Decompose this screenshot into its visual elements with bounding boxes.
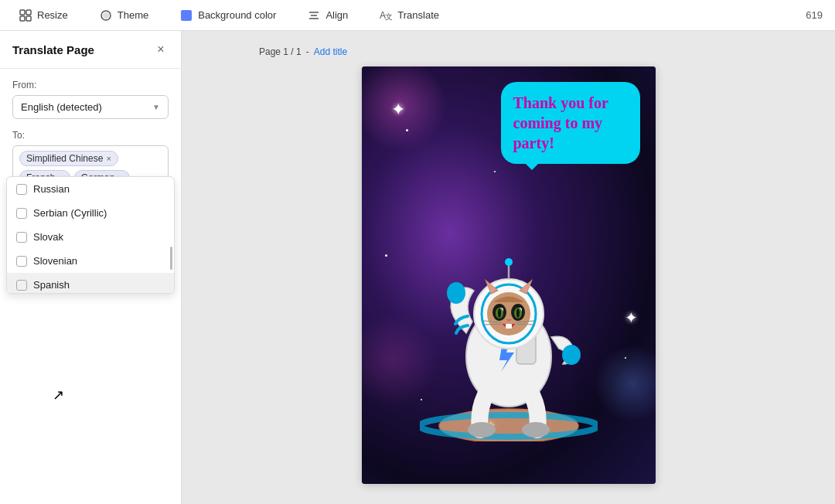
dropdown-item-label: Slovak	[33, 231, 63, 243]
scroll-indicator	[170, 247, 172, 270]
dropdown-item-label: Serbian (Cyrillic)	[33, 207, 107, 219]
star-5	[625, 357, 626, 359]
dropdown-item-label: Russian	[33, 183, 70, 195]
page-label: Page 1 / 1	[259, 46, 302, 57]
translate-icon: A 文	[379, 9, 393, 22]
sidebar-header: Translate Page ×	[0, 31, 181, 69]
star-2	[494, 171, 496, 172]
dropdown-item-label: Spanish	[33, 279, 70, 291]
add-title-link[interactable]: Add title	[314, 46, 347, 57]
dropdown-item-slovak[interactable]: Slovak	[7, 225, 174, 249]
resize-label: Resize	[37, 9, 68, 21]
language-dropdown-list: Russian Serbian (Cyrillic) Slovak Sloven…	[6, 176, 175, 294]
theme-button[interactable]: Theme	[93, 5, 155, 26]
tag-label: Simplified Chinese	[26, 153, 103, 164]
sidebar-title: Translate Page	[12, 43, 94, 56]
bg-color-icon	[179, 9, 193, 22]
dropdown-item-slovenian[interactable]: Slovenian	[7, 249, 174, 273]
star-4	[385, 254, 387, 257]
from-label: From:	[12, 80, 169, 90]
svg-rect-0	[20, 10, 25, 15]
translate-button[interactable]: A 文 Translate	[373, 5, 445, 26]
space-background: ✦ ✦ ✦ Thank you for coming to my party!	[362, 66, 656, 484]
align-label: Align	[325, 9, 348, 21]
align-icon	[307, 9, 321, 22]
svg-rect-2	[20, 16, 25, 21]
from-chevron-icon: ▼	[152, 103, 160, 111]
svg-point-18	[562, 345, 581, 365]
toolbar: Resize Theme Background color Align	[0, 0, 835, 31]
bg-color-label: Background color	[198, 9, 276, 21]
page-info-bar: Page 1 / 1 - Add title	[259, 46, 347, 57]
svg-rect-1	[26, 10, 31, 15]
checkbox-russian[interactable]	[16, 184, 27, 195]
align-button[interactable]: Align	[301, 5, 354, 26]
dropdown-scroll-area[interactable]: Russian Serbian (Cyrillic) Slovak Sloven…	[7, 177, 174, 293]
from-language-select[interactable]: English (detected) ▼	[12, 95, 169, 119]
sparkle-topleft: ✦	[391, 100, 405, 120]
svg-point-19	[468, 422, 496, 438]
svg-text:文: 文	[385, 12, 392, 21]
page-count: 619	[806, 9, 823, 21]
main-layout: Translate Page × From: English (detected…	[0, 31, 835, 504]
theme-label: Theme	[118, 9, 148, 21]
svg-point-17	[447, 282, 465, 304]
dropdown-item-russian[interactable]: Russian	[7, 177, 174, 201]
astronaut-svg	[420, 202, 598, 441]
svg-rect-3	[26, 16, 31, 21]
to-label: To:	[12, 130, 169, 141]
svg-point-43	[505, 258, 513, 266]
astronaut-cat-figure	[420, 202, 598, 441]
svg-rect-37	[506, 324, 512, 329]
tag-simplified-chinese[interactable]: Simplified Chinese ×	[19, 151, 118, 166]
dropdown-item-spanish[interactable]: Spanish	[7, 273, 174, 293]
sparkle-right: ✦	[625, 308, 638, 327]
checkbox-spanish[interactable]	[16, 280, 27, 291]
resize-icon	[19, 9, 32, 22]
bg-color-button[interactable]: Background color	[173, 5, 282, 26]
theme-icon	[99, 9, 113, 22]
translate-label: Translate	[397, 9, 439, 21]
dropdown-item-serbian[interactable]: Serbian (Cyrillic)	[7, 201, 174, 225]
star-1	[406, 129, 408, 131]
close-button[interactable]: ×	[153, 42, 169, 57]
canvas-card: ✦ ✦ ✦ Thank you for coming to my party!	[362, 66, 656, 484]
glow-blue-right	[594, 345, 656, 422]
bubble-text: Thank you for coming to my party!	[513, 93, 628, 153]
dropdown-item-label: Slovenian	[33, 255, 77, 267]
svg-point-35	[516, 308, 520, 318]
resize-button[interactable]: Resize	[12, 5, 74, 26]
checkbox-slovenian[interactable]	[16, 256, 27, 267]
svg-point-20	[522, 422, 550, 438]
sidebar: Translate Page × From: English (detected…	[0, 31, 182, 504]
from-language-value: English (detected)	[21, 101, 102, 113]
canvas-area[interactable]: Page 1 / 1 - Add title ✦ ✦ ✦	[182, 31, 835, 504]
checkbox-slovak[interactable]	[16, 232, 27, 243]
checkbox-serbian[interactable]	[16, 208, 27, 219]
speech-bubble: Thank you for coming to my party!	[501, 82, 640, 164]
svg-point-34	[498, 308, 501, 318]
tag-remove-zh[interactable]: ×	[106, 155, 111, 163]
page-separator: -	[306, 46, 309, 57]
sidebar-body: From: English (detected) ▼ To: Simplifie…	[0, 69, 181, 504]
